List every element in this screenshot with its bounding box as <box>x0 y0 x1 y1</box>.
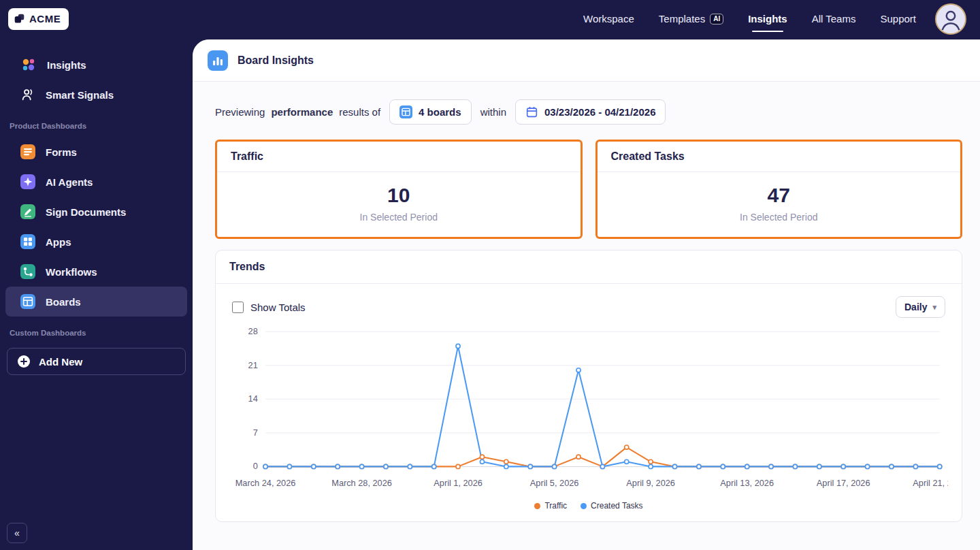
sidebar-item-label: AI Agents <box>46 176 93 188</box>
logo-text: ACME <box>29 13 61 25</box>
sidebar-item-ai-agents[interactable]: AI Agents <box>5 167 187 197</box>
board-insights-icon <box>208 50 228 71</box>
ai-agents-icon <box>20 174 35 189</box>
preview-middle: results of <box>339 106 380 118</box>
stat-card-created-tasks: Created Tasks 47 In Selected Period <box>595 140 963 239</box>
sidebar-item-forms[interactable]: Forms <box>5 137 187 167</box>
svg-text:April 13, 2026: April 13, 2026 <box>720 478 774 488</box>
nav-support-label: Support <box>880 0 916 37</box>
svg-text:7: 7 <box>253 427 258 438</box>
stat-card-traffic: Traffic 10 In Selected Period <box>215 140 583 239</box>
sidebar-item-workflows[interactable]: Workflows <box>5 257 187 287</box>
chevron-down-icon: ▾ <box>932 303 936 312</box>
add-new-button[interactable]: Add New <box>7 348 186 375</box>
svg-text:April 21, 2026: April 21, 2026 <box>913 478 948 488</box>
legend-item[interactable]: Created Tasks <box>581 501 642 511</box>
calendar-icon <box>525 106 538 118</box>
add-new-label: Add New <box>39 356 82 368</box>
person-icon <box>936 5 965 33</box>
main-panel: Board Insights Previewing performance re… <box>193 39 980 550</box>
ai-badge: AI <box>710 14 723 25</box>
nav-all-teams[interactable]: All Teams <box>812 0 856 37</box>
workflows-icon <box>20 264 35 279</box>
chart-wrap: 07142128March 24, 2026March 28, 2026Apri… <box>216 318 962 491</box>
sidebar-item-label: Forms <box>46 146 77 158</box>
svg-text:0: 0 <box>253 461 258 471</box>
trends-title: Trends <box>216 250 962 284</box>
legend-item[interactable]: Traffic <box>534 501 567 511</box>
svg-text:April 17, 2026: April 17, 2026 <box>817 478 870 488</box>
stat-card-body: 47 In Selected Period <box>598 172 961 237</box>
nav-insights-label: Insights <box>748 0 787 37</box>
granularity-value: Daily <box>904 302 927 312</box>
nav-workspace-label: Workspace <box>583 0 634 37</box>
stat-card-value: 10 <box>217 184 581 207</box>
sidebar-item-label: Apps <box>46 236 71 248</box>
svg-text:April 5, 2026: April 5, 2026 <box>530 478 579 488</box>
show-totals-checkbox[interactable] <box>232 302 244 313</box>
svg-text:March 28, 2026: March 28, 2026 <box>331 478 392 488</box>
date-range-label: 03/23/2026 - 04/21/2026 <box>544 106 655 118</box>
top-nav: Workspace Templates AI Insights All Team… <box>583 0 916 37</box>
sidebar: Insights Smart Signals Product Dashboard… <box>0 37 193 550</box>
acme-logo-icon <box>14 13 25 25</box>
boards-selector-button[interactable]: 4 boards <box>389 99 472 125</box>
stat-card-value: 47 <box>598 184 961 207</box>
nav-all-teams-label: All Teams <box>812 0 856 37</box>
preview-prefix: Previewing <box>215 106 265 118</box>
user-avatar[interactable] <box>935 3 966 35</box>
sidebar-item-label: Sign Documents <box>46 206 126 218</box>
nav-templates[interactable]: Templates AI <box>659 0 723 37</box>
svg-text:28: 28 <box>248 326 258 336</box>
svg-text:21: 21 <box>248 360 258 370</box>
plus-icon <box>17 355 31 368</box>
chart-legend: TrafficCreated Tasks <box>216 491 962 521</box>
topbar: ACME Workspace Templates AI Insights All… <box>0 0 980 37</box>
sidebar-item-label: Boards <box>46 296 81 308</box>
date-range-button[interactable]: 03/23/2026 - 04/21/2026 <box>515 99 666 125</box>
svg-text:14: 14 <box>248 393 258 404</box>
preview-within: within <box>480 106 506 118</box>
boards-table-icon <box>399 106 412 118</box>
show-totals-toggle[interactable]: Show Totals <box>232 302 306 313</box>
sidebar-item-apps[interactable]: Apps <box>5 227 187 257</box>
stat-card-caption: In Selected Period <box>598 212 961 223</box>
stat-cards-row: Traffic 10 In Selected Period Created Ta… <box>215 140 962 239</box>
sidebar-item-label: Insights <box>47 59 86 71</box>
stat-card-title: Traffic <box>217 142 581 172</box>
stat-card-caption: In Selected Period <box>217 212 581 223</box>
sidebar-item-label: Workflows <box>46 266 97 278</box>
preview-bar: Previewing performance results of 4 boar… <box>215 99 962 125</box>
show-totals-label: Show Totals <box>250 302 306 313</box>
stat-card-body: 10 In Selected Period <box>217 172 581 237</box>
panel-header: Board Insights <box>193 39 980 82</box>
stat-card-title: Created Tasks <box>598 142 961 172</box>
page-title: Board Insights <box>238 54 314 67</box>
sidebar-item-smart-signals[interactable]: Smart Signals <box>5 80 187 110</box>
granularity-select[interactable]: Daily ▾ <box>896 296 945 318</box>
nav-support[interactable]: Support <box>880 0 916 37</box>
boards-selector-label: 4 boards <box>419 106 461 118</box>
panel-body: Previewing performance results of 4 boar… <box>193 82 980 522</box>
svg-text:April 9, 2026: April 9, 2026 <box>626 478 675 488</box>
nav-workspace[interactable]: Workspace <box>583 0 634 37</box>
preview-metric: performance <box>271 106 333 118</box>
sidebar-item-insights[interactable]: Insights <box>5 50 187 80</box>
trends-chart: 07142128March 24, 2026March 28, 2026Apri… <box>232 323 948 491</box>
nav-templates-label: Templates <box>659 0 705 37</box>
section-product-dashboards: Product Dashboards <box>0 110 193 137</box>
svg-text:March 24, 2026: March 24, 2026 <box>235 478 296 488</box>
legend-dot-icon <box>534 503 540 509</box>
sidebar-item-boards[interactable]: Boards <box>5 287 187 317</box>
insights-icon <box>20 56 37 73</box>
svg-text:April 1, 2026: April 1, 2026 <box>434 478 483 488</box>
sidebar-item-sign-documents[interactable]: Sign Documents <box>5 197 187 227</box>
section-custom-dashboards: Custom Dashboards <box>0 317 193 344</box>
sign-documents-icon <box>20 204 35 219</box>
sidebar-collapse-button[interactable]: « <box>7 523 27 543</box>
sidebar-item-label: Smart Signals <box>46 89 114 101</box>
nav-insights[interactable]: Insights <box>748 0 787 37</box>
trends-controls: Show Totals Daily ▾ <box>216 284 962 318</box>
acme-logo[interactable]: ACME <box>8 8 69 30</box>
trends-card: Trends Show Totals Daily ▾ 07142128March… <box>215 250 962 522</box>
